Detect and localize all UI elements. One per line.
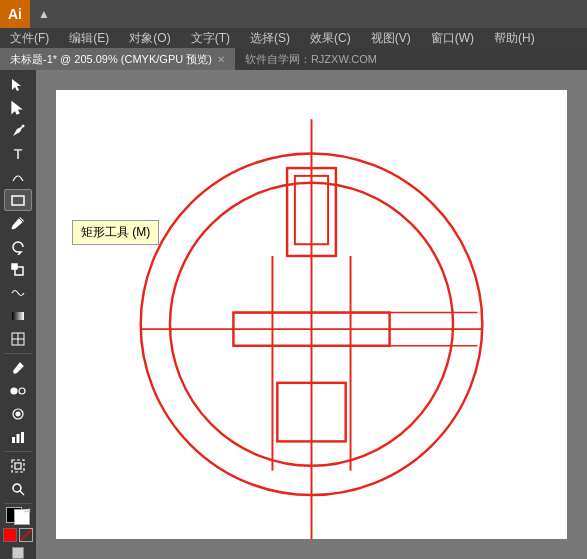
svg-rect-3 bbox=[12, 196, 24, 205]
svg-point-21 bbox=[13, 484, 21, 492]
tab-title: 未标题-1* @ 205.09% (CMYK/GPU 预览) bbox=[10, 52, 212, 67]
artwork-svg bbox=[56, 90, 567, 539]
svg-point-2 bbox=[22, 125, 25, 128]
svg-rect-19 bbox=[12, 460, 24, 472]
rectangle-tool[interactable] bbox=[4, 189, 32, 211]
pen-tool[interactable] bbox=[4, 120, 32, 142]
zoom-tool[interactable] bbox=[4, 478, 32, 500]
svg-rect-6 bbox=[12, 264, 17, 269]
main-area: T bbox=[0, 70, 587, 559]
scale-tool[interactable] bbox=[4, 259, 32, 281]
toolbar-divider-1 bbox=[4, 353, 33, 354]
svg-point-15 bbox=[16, 412, 20, 416]
menu-help[interactable]: 帮助(H) bbox=[489, 28, 540, 49]
title-bar: Ai ▲ bbox=[0, 0, 587, 28]
toolbar-divider-2 bbox=[4, 451, 33, 452]
menu-bar: 文件(F) 编辑(E) 对象(O) 文字(T) 选择(S) 效果(C) 视图(V… bbox=[0, 28, 587, 48]
active-tab[interactable]: 未标题-1* @ 205.09% (CMYK/GPU 预览) ✕ bbox=[0, 48, 235, 70]
svg-marker-0 bbox=[12, 79, 21, 91]
stroke-indicator[interactable] bbox=[19, 528, 33, 542]
blend-tool[interactable] bbox=[4, 380, 32, 402]
color-swatches[interactable]: ⇄ bbox=[6, 507, 30, 525]
app-logo: Ai bbox=[0, 0, 30, 28]
svg-rect-7 bbox=[12, 312, 24, 320]
gradient-tool[interactable] bbox=[4, 305, 32, 327]
tab-bar: 未标题-1* @ 205.09% (CMYK/GPU 预览) ✕ 软件自学网：R… bbox=[0, 48, 587, 70]
menu-edit[interactable]: 编辑(E) bbox=[64, 28, 114, 49]
mesh-tool[interactable] bbox=[4, 328, 32, 350]
fill-indicator[interactable] bbox=[3, 528, 17, 542]
menu-text[interactable]: 文字(T) bbox=[186, 28, 235, 49]
direct-select-tool[interactable] bbox=[4, 97, 32, 119]
warp-tool[interactable] bbox=[4, 282, 32, 304]
symbol-tool[interactable] bbox=[4, 403, 32, 425]
toolbar-divider-3 bbox=[4, 503, 33, 504]
select-tool[interactable] bbox=[4, 74, 32, 96]
svg-rect-17 bbox=[17, 434, 20, 443]
menu-object[interactable]: 对象(O) bbox=[124, 28, 175, 49]
svg-rect-20 bbox=[15, 463, 21, 469]
menu-select[interactable]: 选择(S) bbox=[245, 28, 295, 49]
screen-mode-area bbox=[12, 547, 24, 559]
menu-effect[interactable]: 效果(C) bbox=[305, 28, 356, 49]
screen-mode-btn[interactable] bbox=[12, 547, 24, 559]
paintbrush-tool[interactable] bbox=[4, 212, 32, 234]
rotate-tool[interactable] bbox=[4, 235, 32, 257]
indicator-area bbox=[3, 528, 33, 542]
text-tool[interactable]: T bbox=[4, 143, 32, 165]
artboard-tool[interactable] bbox=[4, 455, 32, 477]
svg-rect-18 bbox=[21, 432, 24, 443]
window-title: ▲ bbox=[38, 7, 50, 21]
eyedropper-tool[interactable] bbox=[4, 357, 32, 379]
tab-close-button[interactable]: ✕ bbox=[217, 54, 225, 65]
svg-rect-16 bbox=[12, 437, 15, 443]
svg-point-12 bbox=[11, 388, 17, 394]
toolbar: T bbox=[0, 70, 36, 559]
menu-view[interactable]: 视图(V) bbox=[366, 28, 416, 49]
graph-tool[interactable] bbox=[4, 426, 32, 448]
svg-line-22 bbox=[20, 491, 24, 495]
shape-tool[interactable] bbox=[4, 166, 32, 188]
tab-website: 软件自学网：RJZXW.COM bbox=[235, 50, 387, 69]
swap-colors-icon[interactable]: ⇄ bbox=[24, 506, 31, 515]
menu-file[interactable]: 文件(F) bbox=[5, 28, 54, 49]
canvas-area: 矩形工具 (M) bbox=[36, 70, 587, 559]
svg-point-13 bbox=[19, 388, 25, 394]
svg-line-23 bbox=[20, 529, 32, 541]
svg-marker-1 bbox=[12, 102, 21, 114]
menu-window[interactable]: 窗口(W) bbox=[426, 28, 479, 49]
